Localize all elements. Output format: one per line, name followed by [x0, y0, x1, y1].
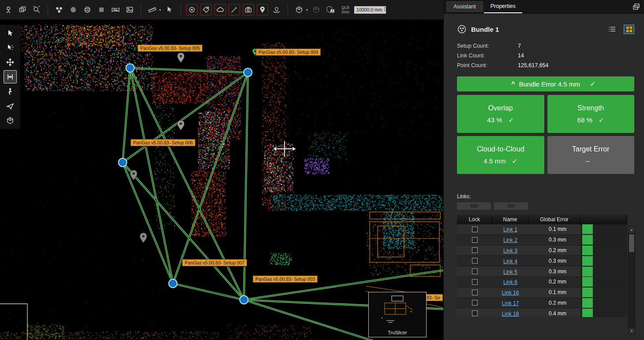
setup-label-007[interactable]: PanGas v5.00.83- Setup 007	[182, 259, 247, 266]
panorama-icon[interactable]	[110, 4, 121, 15]
table-row: Link 160.1 mm	[457, 287, 627, 298]
select-points-tool-icon[interactable]	[4, 41, 17, 54]
link-name[interactable]: Link 16	[502, 290, 519, 296]
view-cube-icon[interactable]	[293, 4, 305, 15]
cloud-to-cloud-tile[interactable]: Cloud-to-Cloud 4.5 mm✓	[457, 136, 544, 174]
scroll-down-icon[interactable]: ▼	[629, 328, 635, 334]
link-count-label: Link Count:	[457, 53, 518, 59]
link-error: 0.2 mm	[528, 300, 580, 306]
setup-label-004[interactable]: PanGas v5.00.83- Setup 004	[256, 49, 321, 56]
link-name[interactable]: Link 4	[503, 258, 517, 264]
bundle-stats: Setup Count:7 Link Count:14 Point Count:…	[457, 41, 634, 70]
select-tool-icon[interactable]	[4, 26, 17, 40]
error-bar	[582, 235, 593, 245]
link-name[interactable]: Link 3	[503, 248, 517, 254]
tab-properties[interactable]: Properties	[484, 0, 522, 13]
overlap-tile[interactable]: Overlap 43 %✓	[457, 95, 544, 133]
lock-checkbox[interactable]	[472, 310, 478, 316]
link-name[interactable]: Link 2	[503, 237, 517, 243]
error-bar	[582, 287, 593, 297]
link-name[interactable]: Link 18	[502, 311, 519, 317]
list-view-icon[interactable]	[607, 25, 618, 34]
matrix-cube-icon[interactable]: M	[325, 4, 336, 15]
lock-checkbox[interactable]	[472, 279, 478, 285]
check-icon: ✓	[509, 116, 514, 124]
tab-assistant[interactable]: Assistant	[446, 1, 483, 12]
lock-checkbox[interactable]	[472, 227, 478, 232]
scan-station-icon[interactable]	[3, 4, 14, 15]
add-location-pin-icon[interactable]	[257, 4, 268, 15]
truslicer-window[interactable]: TruSlicer	[368, 292, 427, 337]
box-mode-tool-icon[interactable]	[4, 114, 17, 127]
link-name[interactable]: Link 6	[503, 279, 517, 285]
cluster-registration-icon[interactable]	[53, 4, 65, 15]
column-header-global-error[interactable]: Global Error	[528, 215, 580, 224]
lock-links-button[interactable]	[457, 202, 491, 210]
measure-tool-icon[interactable]	[146, 4, 158, 15]
lock-checkbox[interactable]	[472, 258, 478, 264]
duplicate-view-icon[interactable]	[17, 4, 28, 15]
setup-label-005[interactable]: PanGas v5.00.83- Setup 005	[138, 45, 202, 52]
column-header-lock[interactable]: Lock	[457, 215, 492, 224]
pan-tool-icon[interactable]	[4, 56, 17, 69]
error-bar	[582, 309, 593, 317]
sphere-view-icon[interactable]	[67, 4, 79, 15]
qlb-size-spinner[interactable]: ▴▾	[384, 6, 386, 12]
window-restore-icon[interactable]	[633, 3, 640, 10]
links-scrollbar[interactable]: ▲ ▼	[628, 226, 635, 335]
error-bar	[582, 224, 593, 234]
links-table: Lock Name Global Error Link 10.1 mm Link…	[457, 215, 627, 317]
column-header-name[interactable]: Name	[492, 215, 528, 224]
lock-checkbox[interactable]	[472, 290, 478, 295]
link-error: 0.4 mm	[528, 310, 580, 317]
truslicer-preview	[369, 292, 426, 327]
pick-info-icon[interactable]	[164, 4, 175, 15]
lock-checkbox[interactable]	[472, 247, 478, 253]
scrollbar-thumb[interactable]	[629, 234, 634, 252]
lock-checkbox[interactable]	[472, 300, 478, 306]
plane-tool-icon[interactable]	[96, 4, 107, 15]
scroll-up-icon[interactable]: ▲	[629, 227, 635, 233]
strength-tile[interactable]: Strength 68 %✓	[547, 95, 635, 133]
check-icon: ✓	[512, 157, 517, 165]
bundle-error-banner[interactable]: ^ Bundle Error 4.5 mm ✓	[457, 76, 634, 91]
setup-label-partial[interactable]: 83- Se	[424, 294, 443, 301]
draw-measure-icon[interactable]	[228, 4, 240, 15]
table-row: Link 10.1 mm	[457, 224, 627, 235]
fly-tool-icon[interactable]	[4, 99, 17, 113]
grid-view-icon[interactable]	[624, 25, 634, 34]
link-name[interactable]: Link 17	[502, 300, 519, 306]
setup-label-003[interactable]: PanGas v5.00.83- Setup 003	[253, 276, 318, 283]
zoom-selection-icon[interactable]	[31, 4, 42, 15]
link-name[interactable]: Link 1	[503, 227, 517, 233]
main-toolbar: ▾ ▾	[0, 0, 443, 20]
link-name[interactable]: Link 5	[503, 269, 517, 275]
qlb-size-label: QLB Size:	[341, 5, 350, 15]
target-error-tile[interactable]: Target Error --	[547, 136, 635, 174]
view-cube-caret[interactable]: ▾	[306, 8, 308, 12]
setup-count-label: Setup Count:	[457, 43, 518, 49]
pin-orbit-icon[interactable]	[271, 4, 282, 15]
slice-tool-icon[interactable]	[4, 70, 17, 83]
tag-annotation-icon[interactable]	[200, 4, 212, 15]
qlb-size-input[interactable]: 10000.0 mm ▴▾	[354, 6, 386, 14]
link-count-value: 14	[518, 53, 524, 59]
measure-dropdown-caret[interactable]: ▾	[159, 8, 161, 12]
first-person-tool-icon[interactable]	[4, 85, 17, 98]
bundle-error-check-icon: ✓	[590, 80, 595, 88]
unlock-links-button[interactable]	[494, 202, 528, 210]
lock-checkbox[interactable]	[472, 237, 478, 243]
setup-label-006[interactable]: PanGas v5.00.83- Setup 006	[131, 139, 195, 146]
link-error: 0.3 mm	[528, 258, 580, 264]
limitbox-tool-icon[interactable]	[186, 4, 198, 15]
limit-sphere-icon[interactable]	[82, 4, 93, 15]
snapshot-camera-icon[interactable]	[243, 4, 254, 15]
link-error: 0.2 mm	[528, 247, 580, 253]
table-row: Link 50.3 mm	[457, 266, 627, 277]
table-row: Link 20.3 mm	[457, 235, 627, 246]
image-view-icon[interactable]	[124, 4, 135, 15]
links-rows: Link 10.1 mm Link 20.3 mm Link 30.2 mm L…	[457, 224, 627, 317]
collapse-caret-icon: ^	[511, 80, 515, 87]
point-cloud-tool-icon[interactable]	[214, 4, 226, 15]
lock-checkbox[interactable]	[472, 268, 478, 274]
